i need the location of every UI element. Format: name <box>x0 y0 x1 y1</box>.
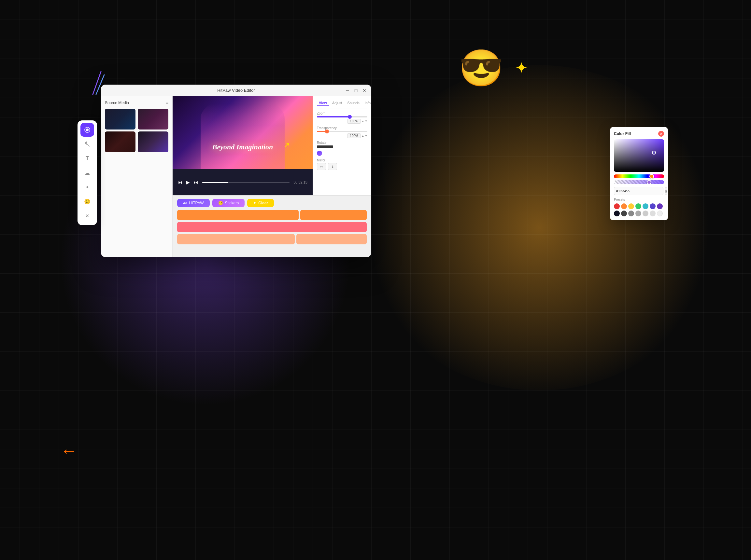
next-frame-button[interactable]: ⏭ <box>194 180 198 185</box>
tool-effects[interactable] <box>80 123 94 137</box>
track-row-1 <box>177 210 367 220</box>
transparency-value: 100% <box>347 134 361 138</box>
stickers-button[interactable]: 🙂 Stickers <box>212 199 245 207</box>
tab-sounds[interactable]: Sounds <box>345 100 361 106</box>
hex-input[interactable] <box>614 187 663 195</box>
maximize-button[interactable]: □ <box>353 87 359 93</box>
color-panel-close-button[interactable]: ✕ <box>658 131 664 137</box>
tool-text[interactable]: T <box>80 152 94 165</box>
zoom-thumb[interactable] <box>348 115 352 119</box>
transparency-thumb[interactable] <box>325 129 329 134</box>
presets-grid <box>614 203 664 216</box>
tool-ai[interactable]: ✦ <box>80 180 94 194</box>
timeline-tracks <box>177 210 367 244</box>
preset-indigo[interactable] <box>650 203 656 209</box>
time-display: 30:32:13 <box>293 180 307 184</box>
progress-bar[interactable] <box>202 182 290 183</box>
media-thumb-4[interactable] <box>138 132 168 152</box>
track-row-2 <box>177 222 367 232</box>
color-fill-panel: Color Fill ✕ ⎘ Presets <box>610 127 668 220</box>
tool-cut[interactable] <box>80 137 94 151</box>
zoom-value: 100% <box>347 119 361 124</box>
opacity-thumb[interactable] <box>647 180 651 184</box>
mirror-buttons: ⇔ ⇕ <box>317 163 367 170</box>
transparency-slider[interactable] <box>317 131 367 132</box>
preset-lightgray2[interactable] <box>642 211 649 216</box>
hue-thumb[interactable] <box>649 174 654 179</box>
tool-emoji[interactable]: 🙂 <box>80 195 94 208</box>
transparency-value-box: 100% ▲ ▼ <box>317 134 367 138</box>
color-fill-title: Color Fill <box>614 132 631 136</box>
preset-white[interactable] <box>657 211 663 216</box>
preset-lightgray1[interactable] <box>635 211 641 216</box>
mirror-vertical-button[interactable]: ⇕ <box>328 163 337 170</box>
track-block-4[interactable] <box>177 234 295 244</box>
timeline-area: Aa HITPAW 🙂 Stickers ✦ Clear <box>173 195 371 257</box>
track-row-3 <box>177 234 367 244</box>
preset-teal[interactable] <box>642 203 649 209</box>
transparency-arrow-up[interactable]: ▲ <box>362 134 364 137</box>
hex-copy-button[interactable]: ⎘ <box>665 187 667 195</box>
source-title: Source Media <box>105 101 129 105</box>
media-thumb-2[interactable] <box>138 109 168 129</box>
text-button[interactable]: Aa HITPAW <box>177 199 210 207</box>
preset-darkblue[interactable] <box>614 211 620 216</box>
tool-more[interactable]: ✕ <box>80 209 94 223</box>
play-button[interactable]: ▶ <box>186 180 190 185</box>
close-button[interactable]: ✕ <box>362 87 367 93</box>
color-picker-dot[interactable] <box>652 151 656 155</box>
preset-purple[interactable] <box>657 203 663 209</box>
text-btn-label: HITPAW <box>189 201 204 205</box>
hex-row: ⎘ <box>614 187 664 195</box>
preset-lightgray3[interactable] <box>650 211 656 216</box>
zoom-label: Zoom <box>317 112 367 115</box>
opacity-slider[interactable] <box>614 180 664 184</box>
transparency-label: Transparency <box>317 126 367 130</box>
zoom-arrow-up[interactable]: ▲ <box>362 120 364 123</box>
prev-frame-button[interactable]: ⏮ <box>178 180 182 185</box>
bg-glow-orange <box>360 65 718 391</box>
source-menu-icon[interactable]: ≡ <box>166 100 168 105</box>
media-thumb-3[interactable] <box>105 132 135 152</box>
preset-green[interactable] <box>635 203 641 209</box>
cursor-arrow-icon: ↗ <box>283 141 290 150</box>
hue-slider[interactable] <box>614 175 664 178</box>
tab-view[interactable]: View <box>317 100 329 106</box>
app-body: Source Media ≡ Beyond Imagination <box>101 96 371 257</box>
zoom-arrow-down[interactable]: ▼ <box>365 120 367 123</box>
preset-darkgray[interactable] <box>621 211 627 216</box>
color-gradient-box[interactable] <box>614 139 664 172</box>
rotate-control <box>317 145 367 148</box>
rotate-circle[interactable] <box>317 151 322 156</box>
preset-yellow[interactable] <box>628 203 634 209</box>
preset-orange[interactable] <box>621 203 627 209</box>
text-btn-icon: Aa <box>183 201 187 205</box>
zoom-slider[interactable] <box>317 116 367 118</box>
clear-button[interactable]: ✦ Clear <box>247 199 274 207</box>
minimize-button[interactable]: ─ <box>345 87 350 93</box>
mirror-horizontal-button[interactable]: ⇔ <box>317 163 326 170</box>
main-content: Beyond Imagination ↗ ⏮ ▶ ⏭ 30:32:13 <box>173 96 371 257</box>
preset-red[interactable] <box>614 203 620 209</box>
mirror-label: Mirror <box>317 158 367 162</box>
preset-gray[interactable] <box>628 211 634 216</box>
track-block-5[interactable] <box>296 234 367 244</box>
app-title: HitPaw Video Editor <box>217 88 255 93</box>
deco-star-icon: ✦ <box>515 59 528 77</box>
source-media-panel: Source Media ≡ <box>101 96 173 257</box>
transparency-arrow-down[interactable]: ▼ <box>365 134 367 137</box>
media-thumb-1[interactable] <box>105 109 135 129</box>
track-block-2[interactable] <box>300 210 367 220</box>
tool-elements[interactable]: ☁ <box>80 166 94 180</box>
tab-info[interactable]: Info <box>363 100 371 106</box>
track-block-3[interactable] <box>177 222 367 232</box>
clear-btn-icon: ✦ <box>253 201 256 205</box>
video-subject <box>200 96 285 169</box>
sidebar-tools-panel: T ☁ ✦ 🙂 ✕ <box>78 120 97 225</box>
timeline-controls: Aa HITPAW 🙂 Stickers ✦ Clear <box>177 199 367 207</box>
svg-point-3 <box>86 128 89 131</box>
media-grid <box>105 109 168 152</box>
track-block-1[interactable] <box>177 210 299 220</box>
tab-adjust[interactable]: Adjust <box>330 100 344 106</box>
video-controls: ⏮ ▶ ⏭ 30:32:13 <box>173 169 313 195</box>
